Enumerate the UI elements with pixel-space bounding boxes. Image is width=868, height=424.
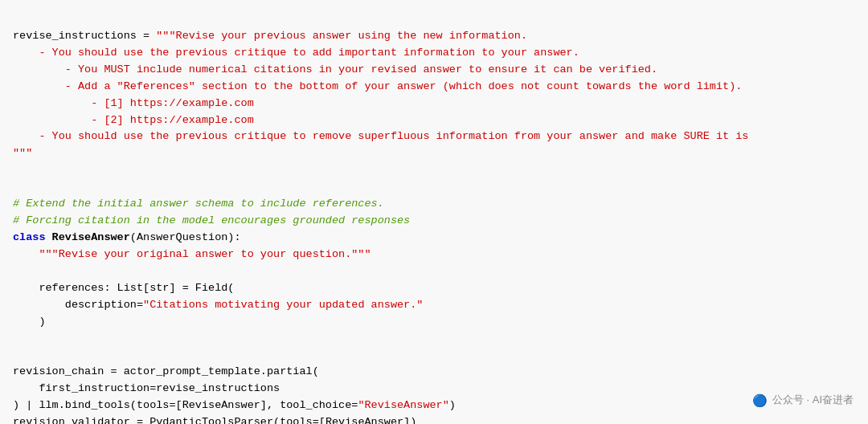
line-8: """ bbox=[13, 147, 32, 159]
line-13: class ReviseAnswer(AnswerQuestion): bbox=[13, 231, 241, 243]
watermark: 🔵 公众号 · AI奋进者 bbox=[752, 391, 854, 410]
line-7: - You should use the previous critique t… bbox=[13, 130, 748, 142]
watermark-icon: 🔵 bbox=[752, 391, 768, 410]
line-12: # Forcing citation in the model encourag… bbox=[13, 214, 410, 226]
line-18: ) bbox=[13, 316, 46, 328]
line-22: first_instruction=revise_instructions bbox=[13, 382, 280, 394]
line-4: - Add a "References" section to the bott… bbox=[13, 80, 742, 92]
line-21: revision_chain = actor_prompt_template.p… bbox=[13, 365, 319, 377]
line-1: revise_instructions = """Revise your pre… bbox=[13, 30, 527, 42]
line-16: references: List[str] = Field( bbox=[13, 282, 234, 294]
line-2: - You should use the previous critique t… bbox=[13, 47, 579, 59]
line-5: - [1] https://example.com bbox=[13, 97, 254, 109]
line-24: revision_validator = PydanticToolsParser… bbox=[13, 416, 416, 424]
watermark-text: 公众号 · AI奋进者 bbox=[772, 392, 854, 408]
line-23: ) | llm.bind_tools(tools=[ReviseAnswer],… bbox=[13, 399, 456, 411]
line-6: - [2] https://example.com bbox=[13, 114, 254, 126]
line-17: description="Citations motivating your u… bbox=[13, 299, 423, 311]
code-editor: revise_instructions = """Revise your pre… bbox=[0, 0, 868, 424]
line-11: # Extend the initial answer schema to in… bbox=[13, 198, 384, 210]
line-3: - You MUST include numerical citations i… bbox=[13, 63, 657, 75]
line-14: """Revise your original answer to your q… bbox=[13, 248, 371, 260]
